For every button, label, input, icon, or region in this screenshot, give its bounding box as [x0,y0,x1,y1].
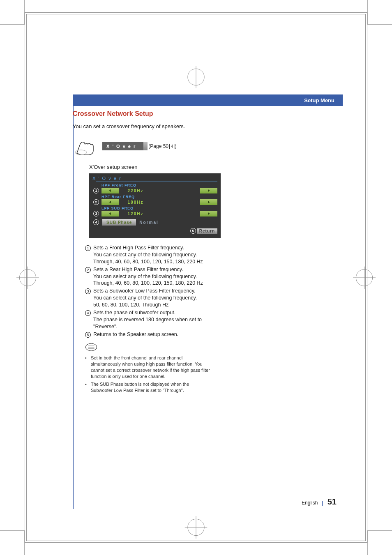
item-number: 1 [85,244,91,265]
callout-badge: 3 [93,211,99,216]
notes-list: •Set in both the front channel and rear … [85,355,210,393]
callout-badge: 5 [190,228,196,234]
device-screen: X ' O v e r HPF Front FREQ 1 220Hz HPF R… [89,173,221,238]
description-list: 1Sets a Front High Pass Filter frequency… [85,244,208,338]
return-button[interactable]: Return [197,228,217,234]
ds-value: 220Hz [121,189,150,193]
decrease-button[interactable] [101,199,119,205]
registration-mark-icon [353,266,376,289]
crop-mark [367,0,392,25]
page-ref-box: 4 [169,144,175,149]
sub-phase-value: Normal [139,220,158,225]
hand-pointer-icon [73,136,97,157]
ds-phase-row: 4 SUB Phase Normal [101,219,217,226]
content-area: Crossover Network Setup You can set a cr… [73,110,340,395]
increase-button[interactable] [200,199,217,205]
ds-row-label: HPF Front FREQ [101,183,217,187]
ds-row: 2 180Hz [101,199,217,205]
ds-row: 3 120Hz [101,211,217,216]
sub-phase-button[interactable]: SUB Phase [102,219,136,226]
footer-separator: | [322,500,323,506]
note-item: •The SUB Phase button is not displayed w… [85,381,210,394]
bullet-dot: • [85,381,88,394]
ds-row: 1 220Hz [101,188,217,193]
decrease-button[interactable] [101,188,119,193]
ds-row-label: HPF Rear FREQ [101,195,217,199]
footer-language: English [302,500,318,506]
ds-return-row: 5 Return [101,228,217,234]
ds-value: 180Hz [121,200,150,205]
ds-title: X ' O v e r [92,176,217,181]
header-title: Setup Menu [304,97,334,104]
page-number: 51 [327,497,337,507]
item-number: 3 [85,288,91,309]
registration-mark-icon [185,516,208,539]
footer: English | 51 [302,497,337,507]
subheading: X'Over setup screen [89,164,340,170]
header-bar: Setup Menu [73,94,343,106]
page-reference: (Page 504) [148,143,176,149]
note-icon [85,343,97,352]
item-text: Sets a Front High Pass Filter frequency.… [93,244,208,265]
item-text: Sets the phase of subwoofer output.The p… [93,309,208,330]
svg-marker-18 [208,212,210,215]
ds-row-label: LPF SUB FREQ [101,206,217,210]
callout-badge: 4 [93,219,99,225]
xover-tab[interactable]: X ' O v e r [102,142,143,150]
list-item: 2Sets a Rear High Pass Filter frequency.… [85,266,208,287]
item-number: 5 [85,331,91,338]
list-item: 5Returns to the Speaker setup screen. [85,331,208,338]
increase-button[interactable] [200,211,217,216]
item-text: Sets a Subwoofer Low Pass Filter frequen… [93,288,208,309]
page-ref-prefix: (Page 50 [148,143,168,149]
item-number: 4 [85,309,91,330]
note-text: The SUB Phase button is not displayed wh… [91,381,210,394]
section-title: Crossover Network Setup [73,110,340,117]
svg-marker-17 [109,212,111,215]
registration-mark-icon [185,66,208,88]
bullet-dot: • [85,355,88,379]
crop-mark [0,530,25,555]
svg-marker-14 [208,189,210,192]
crop-mark [0,0,25,25]
list-item: 4Sets the phase of subwoofer output.The … [85,309,208,330]
note-item: •Set in both the front channel and rear … [85,355,210,379]
svg-marker-15 [109,201,111,203]
crop-mark [367,530,392,555]
callout-badge: 2 [93,199,99,205]
callout-badge: 1 [93,188,99,193]
ds-value: 120Hz [121,212,150,216]
increase-button[interactable] [200,188,217,193]
svg-marker-13 [109,189,111,192]
navigation-hint: X ' O v e r (Page 504) [73,136,340,157]
intro-text: You can set a crossover frequency of spe… [73,123,340,129]
svg-marker-16 [208,201,210,203]
list-item: 1Sets a Front High Pass Filter frequency… [85,244,208,265]
item-number: 2 [85,266,91,287]
list-item: 3Sets a Subwoofer Low Pass Filter freque… [85,288,208,309]
note-text: Set in both the front channel and rear c… [91,355,210,379]
decrease-button[interactable] [101,211,119,216]
item-text: Sets a Rear High Pass Filter frequency.Y… [93,266,208,287]
item-text: Returns to the Speaker setup screen. [93,331,208,338]
xover-tab-label: X ' O v e r [106,144,136,149]
registration-mark-icon [16,266,39,289]
page-ref-suffix: ) [175,143,177,149]
